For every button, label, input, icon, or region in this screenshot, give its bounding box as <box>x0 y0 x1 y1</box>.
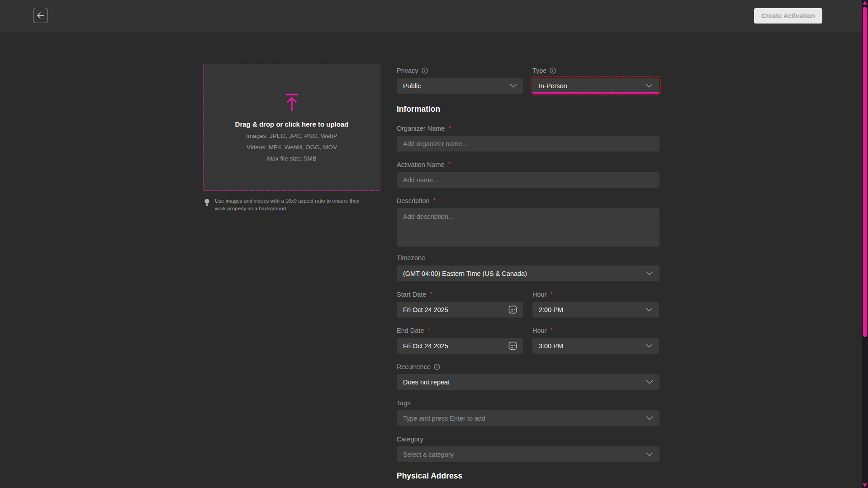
end-date-value: Fri Oct 24 2025 <box>403 342 448 350</box>
required-asterisk: * <box>448 161 451 168</box>
lightbulb-icon <box>204 197 210 207</box>
required-asterisk: * <box>550 290 552 298</box>
privacy-value: Public <box>403 82 421 90</box>
upload-videos-formats: Videos: MP4, WebM, OGG, MOV <box>247 144 337 151</box>
chevron-down-icon <box>645 344 653 348</box>
start-date-label-text: Start Date <box>397 291 426 298</box>
recurrence-select[interactable]: Does not repeat <box>397 374 659 390</box>
timezone-label-text: Timezone <box>397 254 425 261</box>
start-date-label: Start Date * <box>397 290 523 298</box>
create-activation-button[interactable]: Create Activation <box>754 8 822 24</box>
description-textarea[interactable] <box>397 208 659 246</box>
privacy-label: Privacy <box>397 66 523 74</box>
type-value: In-Person <box>539 82 567 90</box>
upload-arrow-icon <box>284 93 299 111</box>
required-asterisk: * <box>448 124 451 132</box>
calendar-icon[interactable] <box>508 341 517 350</box>
chevron-down-icon <box>510 84 517 88</box>
timezone-select[interactable]: (GMT-04:00) Eastern Time (US & Canada) <box>397 265 659 281</box>
aspect-ratio-tip: Use images and videos with a 16x9 aspect… <box>203 197 361 213</box>
page-scrollbar[interactable] <box>862 0 868 488</box>
organizer-name-label: Organizer Name * <box>397 124 659 132</box>
tip-text: Use images and videos with a 16x9 aspect… <box>215 197 361 213</box>
end-hour-label: Hour * <box>532 327 659 334</box>
header-bar: Create Activation <box>0 0 862 32</box>
end-hour-select[interactable]: 3:00 PM <box>532 338 659 354</box>
end-date-label: End Date * <box>397 327 523 334</box>
upload-max-size: Max file size: 5MB <box>267 155 317 162</box>
required-asterisk: * <box>550 327 552 334</box>
category-label-text: Category <box>397 436 423 443</box>
activation-name-input[interactable] <box>397 172 659 188</box>
recurrence-value: Does not repeat <box>403 379 450 386</box>
upload-title: Drag & drop or click here to upload <box>235 120 349 128</box>
chevron-down-icon <box>645 308 653 312</box>
start-date-picker[interactable]: Fri Oct 24 2025 <box>397 302 523 317</box>
scroll-down-arrow-icon[interactable] <box>863 483 867 487</box>
description-label: Description * <box>397 197 659 204</box>
start-hour-label-text: Hour <box>532 291 546 298</box>
organizer-name-input[interactable] <box>397 136 659 152</box>
start-hour-value: 2:00 PM <box>539 306 563 313</box>
timezone-value: (GMT-04:00) Eastern Time (US & Canada) <box>403 270 527 277</box>
physical-address-heading: Physical Address <box>397 471 659 481</box>
chevron-down-icon <box>646 452 653 456</box>
back-button[interactable] <box>33 8 48 23</box>
chevron-down-icon <box>646 416 653 420</box>
scroll-up-arrow-icon[interactable] <box>863 1 867 5</box>
information-heading: Information <box>397 104 659 114</box>
start-date-value: Fri Oct 24 2025 <box>403 306 448 313</box>
description-label-text: Description <box>397 197 430 204</box>
category-select[interactable]: Select a category <box>397 446 659 462</box>
activation-form: Privacy Public <box>397 66 659 488</box>
category-label: Category <box>397 435 659 443</box>
activation-name-label: Activation Name * <box>397 161 659 168</box>
recurrence-label-text: Recurrence <box>397 363 431 370</box>
tags-combobox[interactable]: Type and press Enter to add <box>397 410 659 426</box>
chevron-down-icon <box>646 380 653 384</box>
privacy-select[interactable]: Public <box>397 78 523 94</box>
upload-dropzone[interactable]: Drag & drop or click here to upload Imag… <box>203 64 380 191</box>
scrollbar-thumb[interactable] <box>863 7 867 337</box>
chevron-down-icon <box>645 84 653 88</box>
required-asterisk: * <box>427 327 430 334</box>
organizer-name-label-text: Organizer Name <box>397 125 445 132</box>
type-label: Type <box>532 66 659 74</box>
tags-label: Tags <box>397 399 659 407</box>
required-asterisk: * <box>433 197 436 204</box>
activation-name-label-text: Activation Name <box>397 161 445 168</box>
required-asterisk: * <box>430 290 432 298</box>
info-icon[interactable] <box>422 67 428 74</box>
type-select[interactable]: In-Person <box>532 78 659 94</box>
end-date-label-text: End Date <box>397 327 424 334</box>
start-hour-select[interactable]: 2:00 PM <box>532 302 659 317</box>
type-label-text: Type <box>532 67 546 74</box>
end-hour-value: 3:00 PM <box>539 342 563 350</box>
start-hour-label: Hour * <box>532 290 659 298</box>
upload-images-formats: Images: JPEG, JPG, PNG, WebP <box>246 133 337 139</box>
chevron-down-icon <box>646 271 653 275</box>
privacy-label-text: Privacy <box>397 67 418 74</box>
end-date-picker[interactable]: Fri Oct 24 2025 <box>397 338 523 354</box>
category-placeholder: Select a category <box>403 451 454 458</box>
arrow-left-icon <box>37 12 45 19</box>
info-icon[interactable] <box>550 67 556 74</box>
end-hour-label-text: Hour <box>532 327 546 334</box>
timezone-label: Timezone <box>397 254 659 261</box>
calendar-icon[interactable] <box>508 305 517 314</box>
tags-placeholder: Type and press Enter to add <box>403 415 485 422</box>
recurrence-label: Recurrence <box>397 363 659 370</box>
media-upload-section: Drag & drop or click here to upload Imag… <box>203 64 380 213</box>
info-icon[interactable] <box>434 364 440 370</box>
tags-label-text: Tags <box>397 399 411 407</box>
